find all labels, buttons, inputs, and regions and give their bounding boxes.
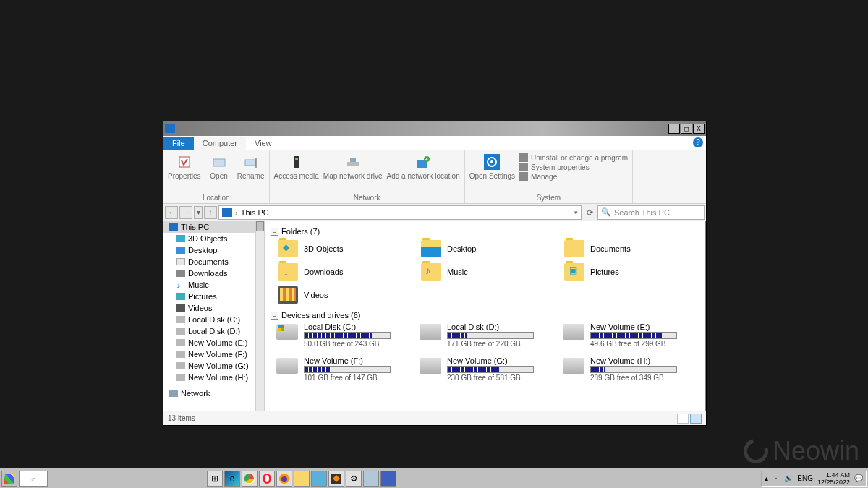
minimize-button[interactable]: _	[668, 124, 680, 134]
folder-item[interactable]: Desktop	[420, 239, 557, 259]
app-icon-1[interactable]	[328, 471, 344, 487]
tab-view[interactable]: View	[246, 137, 281, 150]
refresh-button[interactable]: ⟳	[583, 206, 596, 219]
opera-icon[interactable]	[259, 471, 275, 487]
firefox-icon[interactable]	[276, 471, 292, 487]
drive-item[interactable]: New Volume (F:)101 GB free of 147 GB	[276, 356, 414, 382]
tree-label: New Volume (H:)	[188, 373, 248, 382]
up-button[interactable]: ↑	[204, 206, 217, 219]
system-tray[interactable]: ▴ ⋰ 🔊 ENG 1:44 AM 12/25/2022 💬	[761, 471, 867, 487]
tiles-view-button[interactable]	[690, 414, 702, 424]
details-view-button[interactable]	[677, 414, 689, 424]
app-icon-2[interactable]	[363, 471, 379, 487]
tree-item[interactable]: Pictures	[163, 291, 264, 302]
disk-icon	[176, 374, 185, 381]
drive-item[interactable]: New Volume (H:)289 GB free of 349 GB	[563, 356, 700, 382]
scrollbar[interactable]	[255, 221, 264, 411]
chrome-icon[interactable]	[242, 471, 258, 487]
tree-label: Local Disk (D:)	[188, 327, 240, 335]
tree-item[interactable]: Documents	[163, 256, 264, 267]
tab-file[interactable]: File	[163, 137, 194, 150]
search-icon: 🔍	[601, 207, 611, 217]
tree-label: New Volume (E:)	[188, 338, 248, 347]
app-icon-3[interactable]	[380, 471, 396, 487]
drive-item[interactable]: Local Disk (C:)50.0 GB free of 243 GB	[276, 322, 414, 348]
manage-button[interactable]: Manage	[519, 172, 628, 181]
folder-item[interactable]: 3D Objects	[276, 239, 414, 259]
notifications-icon[interactable]: 💬	[854, 474, 863, 482]
tree-item[interactable]: New Volume (E:)	[163, 337, 264, 348]
tree-item[interactable]: This PC	[163, 221, 264, 233]
search-input[interactable]: 🔍 Search This PC	[597, 205, 705, 220]
settings-icon[interactable]: ⚙	[346, 471, 362, 487]
access-media-button[interactable]: Access media	[274, 153, 319, 192]
tree-item[interactable]: Desktop	[163, 244, 264, 256]
rename-button[interactable]: Rename	[237, 153, 265, 192]
address-input[interactable]: › This PC ▾	[218, 205, 582, 220]
drives-group-header[interactable]: – Devices and drives (6)	[271, 311, 700, 320]
tree-item[interactable]: New Volume (G:)	[163, 360, 264, 372]
folder-item[interactable]: Music	[420, 262, 557, 282]
ribbon-group-network: Access media Map network drive +Add a ne…	[270, 150, 465, 203]
tree-item[interactable]: Local Disk (C:)	[163, 314, 264, 325]
drive-free-text: 289 GB free of 349 GB	[590, 374, 700, 382]
tab-computer[interactable]: Computer	[194, 137, 246, 150]
doc-icon	[176, 258, 185, 265]
tree-item[interactable]: Downloads	[163, 267, 264, 279]
svg-rect-6	[347, 162, 359, 166]
folders-group-header[interactable]: – Folders (7)	[271, 227, 700, 236]
folder-label: Videos	[304, 291, 328, 299]
mail-icon[interactable]	[311, 471, 327, 487]
tray-expand-icon[interactable]: ▴	[765, 474, 768, 482]
content-pane[interactable]: – Folders (7) 3D ObjectsDesktopDocuments…	[265, 221, 706, 411]
start-button[interactable]	[1, 471, 17, 487]
drive-item[interactable]: New Volume (G:)230 GB free of 581 GB	[420, 356, 557, 382]
drive-free-text: 101 GB free of 147 GB	[304, 374, 414, 382]
folder-item[interactable]: Documents	[563, 239, 700, 259]
drive-item[interactable]: New Volume (E:)49.6 GB free of 299 GB	[563, 322, 700, 348]
collapse-icon[interactable]: –	[271, 312, 278, 320]
map-drive-button[interactable]: Map network drive	[323, 153, 383, 192]
tree-item[interactable]: Local Disk (D:)	[163, 325, 264, 337]
collapse-icon[interactable]: –	[271, 228, 278, 236]
folder-item[interactable]: Videos	[276, 285, 414, 305]
add-location-button[interactable]: +Add a network location	[387, 153, 460, 192]
ribbon-group-system: Open Settings Uninstall or change a prog…	[465, 150, 633, 203]
drive-item[interactable]: Local Disk (D:)171 GB free of 220 GB	[420, 322, 557, 348]
folder-item[interactable]: Downloads	[276, 262, 414, 282]
system-properties-button[interactable]: System properties	[519, 163, 628, 171]
properties-button[interactable]: Properties	[168, 153, 201, 192]
taskbar-search[interactable]: ⌕	[19, 471, 48, 487]
tree-label: Local Disk (C:)	[188, 315, 240, 324]
tree-item[interactable]: Videos	[163, 302, 264, 314]
network-icon[interactable]: ⋰	[773, 474, 780, 482]
drive-icon	[420, 358, 441, 374]
tree-item[interactable]: ♪Music	[163, 279, 264, 291]
tree-item[interactable]: New Volume (F:)	[163, 348, 264, 360]
tree-item[interactable]: 3D Objects	[163, 233, 264, 244]
help-icon[interactable]: ?	[693, 137, 703, 147]
language-indicator[interactable]: ENG	[797, 474, 813, 482]
clock[interactable]: 1:44 AM 12/25/2022	[817, 471, 850, 486]
open-settings-button[interactable]: Open Settings	[469, 153, 515, 192]
maximize-button[interactable]: □	[681, 124, 692, 134]
back-button[interactable]: ←	[165, 206, 178, 219]
capacity-bar	[590, 366, 677, 373]
close-button[interactable]: X	[693, 124, 705, 134]
explorer-icon[interactable]	[294, 471, 310, 487]
navigation-tree[interactable]: This PC3D ObjectsDesktopDocumentsDownloa…	[163, 221, 265, 411]
forward-button[interactable]: →	[179, 206, 192, 219]
uninstall-icon	[519, 153, 528, 162]
task-view-icon[interactable]: ⊞	[207, 471, 223, 487]
tree-item[interactable]: Network	[163, 388, 264, 399]
folder-item[interactable]: Pictures	[563, 262, 700, 282]
edge-icon[interactable]: e	[224, 471, 240, 487]
tree-item[interactable]: New Volume (H:)	[163, 372, 264, 383]
folder-icon	[278, 240, 298, 257]
volume-icon[interactable]: 🔊	[784, 474, 793, 482]
folder-icon	[278, 286, 298, 304]
recent-button[interactable]: ▾	[194, 206, 203, 219]
open-button[interactable]: Open	[205, 153, 233, 192]
uninstall-button[interactable]: Uninstall or change a program	[519, 153, 628, 162]
titlebar[interactable]: _ □ X	[163, 121, 706, 136]
